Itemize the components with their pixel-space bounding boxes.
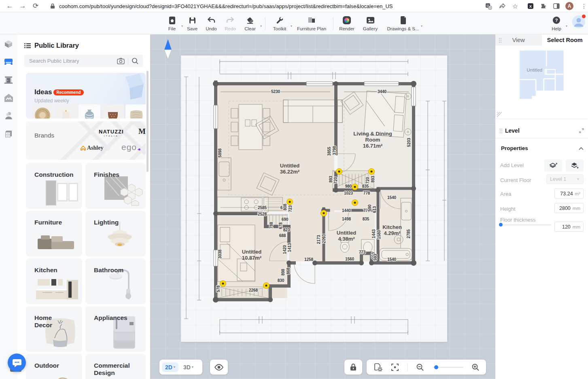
category-appliances[interactable]: Appliances	[85, 306, 146, 352]
account-avatar[interactable]	[571, 15, 586, 29]
browser-avatar[interactable]: A	[565, 2, 574, 11]
tab-select-room[interactable]: Select Room	[542, 34, 588, 46]
level-drag-handle[interactable]	[499, 128, 503, 133]
search-bar[interactable]	[24, 55, 143, 67]
3d-button[interactable]: 3D▾	[180, 362, 197, 372]
side-panel-icon[interactable]	[552, 2, 561, 11]
panel-drag-handle[interactable]	[499, 38, 502, 43]
zoom-slider-knob[interactable]	[434, 365, 438, 369]
area-input[interactable]: 73.24 m²	[554, 188, 584, 199]
spotlight-marker[interactable]	[220, 281, 226, 287]
height-input[interactable]: 2800 mm	[554, 203, 584, 213]
spotlight-marker[interactable]	[369, 169, 375, 175]
brand-ashley[interactable]: Ashley	[81, 145, 103, 151]
chat-support-button[interactable]	[8, 354, 26, 372]
idea-thumbnail-pillow[interactable]	[125, 104, 146, 119]
spotlight-marker[interactable]	[352, 200, 358, 206]
visibility-button[interactable]	[210, 360, 228, 375]
panel-resize-handle[interactable]	[496, 111, 503, 118]
browser-menu-icon[interactable]: ⋮	[580, 2, 588, 11]
zoom-out-icon[interactable]	[416, 363, 424, 371]
furniture-library-icon[interactable]	[3, 56, 14, 68]
search-icon[interactable]	[132, 57, 139, 65]
render-button[interactable]: Render	[335, 15, 359, 31]
view-panel: View Select Room Untitled	[495, 34, 588, 119]
thickness-slider[interactable]	[499, 224, 551, 225]
thickness-slider-knob[interactable]	[499, 223, 503, 227]
idea-thumbnail-candle[interactable]	[55, 104, 77, 119]
spotlight-marker[interactable]	[287, 199, 293, 205]
room-label[interactable]: Kitchen4.29m²	[382, 224, 402, 236]
spotlight-marker[interactable]	[352, 184, 358, 190]
forward-icon[interactable]: →	[18, 1, 28, 11]
lock-button[interactable]	[344, 360, 362, 375]
ai-home-icon[interactable]	[3, 92, 14, 104]
design-canvas[interactable]: 5230344058983855379852038937207208939808…	[150, 34, 495, 379]
toolkit-button[interactable]: Toolkit ▾	[268, 15, 291, 31]
image-search-icon[interactable]	[117, 58, 125, 64]
gallery-button[interactable]: Gallery	[359, 15, 382, 31]
eye-icon	[214, 364, 223, 371]
category-finishes[interactable]: Finishes	[85, 163, 146, 209]
brands-card[interactable]: Brands NATUZZI ITALIA Mi Ashley ego.	[26, 121, 146, 160]
help-button[interactable]: ? Help ▾	[545, 15, 568, 31]
ideas-card[interactable]: Ideas Recommend Updated weekly	[26, 73, 146, 119]
tab-view[interactable]: View	[495, 34, 542, 46]
construction-door-icon[interactable]	[3, 74, 14, 85]
bookmark-star-icon[interactable]: ☆	[511, 2, 520, 11]
room-label[interactable]: Untitled36.22m²	[280, 163, 300, 175]
render-settings-icon[interactable]	[373, 363, 383, 372]
add-level-above-button[interactable]	[544, 159, 562, 172]
brand-natuzzi[interactable]: NATUZZI ITALIA	[99, 129, 124, 137]
floor-plan-minimap[interactable]: Untitled	[518, 51, 567, 101]
zoom-in-icon[interactable]	[471, 363, 480, 371]
room-label[interactable]: Untitled4.38m²	[337, 230, 356, 242]
category-kitchen[interactable]: Kitchen	[26, 258, 82, 304]
idea-thumbnail-bowl[interactable]	[102, 104, 124, 119]
library-scrollbar[interactable]	[146, 71, 149, 172]
search-input[interactable]	[24, 58, 117, 64]
furniture-plan-button[interactable]: Furniture Plan	[295, 15, 328, 31]
idea-thumbnail-plate[interactable]	[32, 104, 53, 119]
library-list-icon[interactable]	[24, 43, 31, 49]
expand-panel-icon[interactable]	[579, 128, 584, 133]
category-home-decor[interactable]: Home Decor	[26, 306, 82, 352]
custom-cabinet-icon[interactable]	[3, 129, 14, 140]
category-bathroom[interactable]: Bathroom	[85, 258, 146, 304]
extension-x-icon[interactable]: X	[526, 2, 535, 11]
category-construction[interactable]: Construction	[26, 163, 82, 209]
category-commercial-design[interactable]: Commercial Design	[85, 354, 146, 379]
brand-ego[interactable]: ego.	[121, 142, 140, 152]
brand-minotti[interactable]: Mi	[138, 127, 146, 136]
reload-icon[interactable]: ⟳	[31, 1, 40, 11]
room-label[interactable]: Untitled10.87m²	[242, 249, 262, 261]
url-bar[interactable]: coohom.com/pub/tool/yundesign/cloud?desi…	[45, 1, 474, 11]
category-furniture[interactable]: Furniture	[26, 211, 82, 256]
right-panels: View Select Room Untitled Level Properti…	[495, 34, 588, 379]
current-floor-select[interactable]: Level 1 ▼	[546, 174, 584, 184]
model-cube-icon[interactable]	[3, 38, 14, 50]
zoom-slider[interactable]	[433, 367, 463, 368]
thickness-input[interactable]: 120 mm	[554, 222, 584, 232]
clear-button[interactable]: Clear ▾	[238, 15, 262, 31]
spotlight-marker[interactable]	[321, 210, 327, 216]
collapse-chevron-icon[interactable]	[579, 147, 584, 150]
add-level-below-button[interactable]	[566, 159, 584, 172]
idea-thumbnail-vase[interactable]	[79, 104, 100, 119]
translate-icon[interactable]: G文	[484, 2, 493, 11]
spotlight-marker[interactable]	[336, 169, 342, 175]
category-lighting[interactable]: Lighting	[85, 211, 146, 256]
2d-button[interactable]: 2D▾	[162, 362, 178, 372]
svg-text:X: X	[529, 4, 532, 8]
spotlight-marker[interactable]	[263, 283, 270, 289]
profile-person-icon[interactable]	[3, 110, 14, 121]
floor-plan[interactable]: 5230344058983855379852038937207208939808…	[150, 34, 495, 379]
extensions-puzzle-icon[interactable]	[539, 2, 548, 11]
category-outdoor[interactable]: Outdoor	[26, 354, 82, 379]
share-icon[interactable]	[498, 2, 507, 11]
back-icon[interactable]: ←	[5, 1, 15, 11]
fit-view-icon[interactable]	[391, 363, 399, 371]
dimension-label: 823	[283, 228, 290, 232]
view-mode-toggle: 2D▾ 3D▾	[159, 360, 202, 375]
drawings-button[interactable]: Drawings & S... ▾	[384, 15, 422, 31]
